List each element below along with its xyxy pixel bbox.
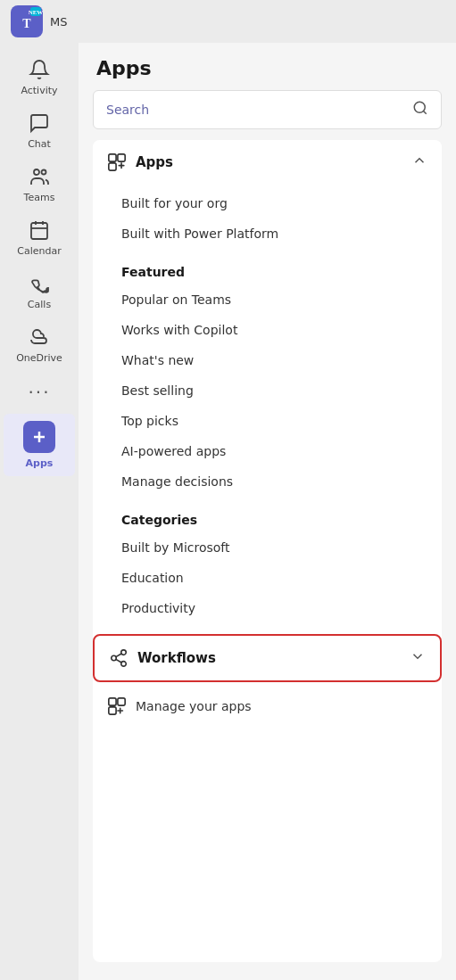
apps-nav-list: Built for your org Built with Power Plat… [93, 185, 442, 627]
svg-rect-23 [118, 698, 125, 705]
svg-point-5 [42, 170, 46, 175]
chat-icon [27, 111, 52, 136]
sidebar-more[interactable]: ··· [4, 371, 75, 414]
sidebar-item-calendar[interactable]: Calendar [4, 210, 75, 264]
nav-item-education[interactable]: Education [93, 563, 442, 593]
onedrive-icon [27, 325, 52, 350]
nav-item-manage-decisions[interactable]: Manage decisions [93, 466, 442, 497]
calls-label: Calls [28, 299, 51, 310]
sidebar: Activity Chat Teams [0, 43, 79, 980]
svg-line-13 [423, 111, 426, 113]
search-icon [412, 100, 428, 119]
search-bar[interactable]: Search [93, 90, 442, 129]
apps-label: Apps [26, 457, 54, 469]
teams-label: Teams [24, 192, 55, 203]
apps-button[interactable] [23, 421, 55, 453]
sidebar-item-teams[interactable]: Teams [4, 157, 75, 210]
nav-item-built-with-power[interactable]: Built with Power Platform [93, 218, 442, 249]
activity-label: Activity [21, 85, 57, 96]
nav-item-built-for-org[interactable]: Built for your org [93, 188, 442, 218]
nav-item-whats-new[interactable]: What's new [93, 345, 442, 375]
page-header: Apps [79, 43, 456, 86]
svg-text:NEW: NEW [29, 9, 43, 16]
svg-rect-16 [109, 163, 116, 170]
sidebar-item-onedrive[interactable]: OneDrive [4, 317, 75, 371]
nav-panel: Apps Built for your org Built with Power… [93, 140, 442, 962]
nav-item-productivity[interactable]: Productivity [93, 593, 442, 623]
svg-rect-6 [31, 223, 47, 239]
nav-item-built-microsoft[interactable]: Built by Microsoft [93, 532, 442, 563]
apps-section-header[interactable]: Apps [93, 140, 442, 185]
apps-section-header-left: Apps [107, 152, 173, 172]
bottom-spacer [79, 962, 456, 980]
svg-point-4 [34, 169, 39, 175]
apps-section-chevron[interactable] [411, 152, 427, 172]
chat-label: Chat [28, 138, 51, 150]
manage-apps-row[interactable]: Manage your apps [93, 684, 442, 729]
svg-rect-22 [109, 698, 116, 705]
svg-line-20 [116, 659, 121, 663]
svg-rect-15 [118, 154, 125, 161]
search-container: Search [79, 86, 456, 140]
svg-point-19 [121, 662, 127, 667]
workflows-section[interactable]: Workflows [93, 634, 442, 682]
nav-item-ai-powered[interactable]: AI-powered apps [93, 436, 442, 466]
svg-rect-24 [109, 707, 116, 714]
title-bar: T NEW MS [0, 0, 456, 43]
workflows-title: Workflows [137, 650, 216, 666]
sidebar-item-activity[interactable]: Activity [4, 50, 75, 103]
categories-section-label: Categories [93, 504, 442, 532]
svg-text:T: T [22, 17, 31, 30]
nav-divider-1 [93, 249, 442, 256]
sidebar-item-calls[interactable]: Calls [4, 264, 75, 317]
apps-section-title: Apps [136, 154, 173, 170]
svg-rect-14 [109, 154, 116, 161]
nav-item-copilot[interactable]: Works with Copilot [93, 315, 442, 345]
svg-point-18 [112, 655, 117, 661]
svg-point-17 [121, 650, 127, 655]
sidebar-item-chat[interactable]: Chat [4, 103, 75, 157]
svg-line-21 [116, 654, 121, 657]
workflows-icon [109, 648, 129, 668]
manage-apps-icon [107, 696, 127, 716]
manage-apps-label: Manage your apps [136, 699, 252, 713]
search-placeholder: Search [106, 103, 405, 117]
content-area: Apps Search [79, 43, 456, 980]
workflows-section-left: Workflows [109, 648, 216, 668]
nav-divider-2 [93, 497, 442, 504]
teams-icon [27, 164, 52, 189]
main-layout: Activity Chat Teams [0, 43, 456, 980]
featured-section-label: Featured [93, 256, 442, 284]
onedrive-label: OneDrive [16, 352, 62, 364]
nav-item-popular[interactable]: Popular on Teams [93, 284, 442, 315]
svg-point-12 [414, 102, 425, 112]
calendar-icon [27, 218, 52, 243]
calendar-label: Calendar [17, 245, 61, 257]
app-logo: T NEW [11, 5, 43, 37]
app-title: MS [50, 15, 67, 29]
apps-section-icon [107, 152, 127, 172]
nav-item-best-selling[interactable]: Best selling [93, 375, 442, 406]
page-title: Apps [96, 57, 438, 79]
workflows-chevron[interactable] [410, 648, 426, 668]
bell-icon [27, 57, 52, 82]
sidebar-item-apps[interactable]: Apps [4, 414, 75, 476]
nav-item-top-picks[interactable]: Top picks [93, 406, 442, 436]
calls-icon [27, 271, 52, 296]
more-dots: ··· [28, 382, 50, 403]
